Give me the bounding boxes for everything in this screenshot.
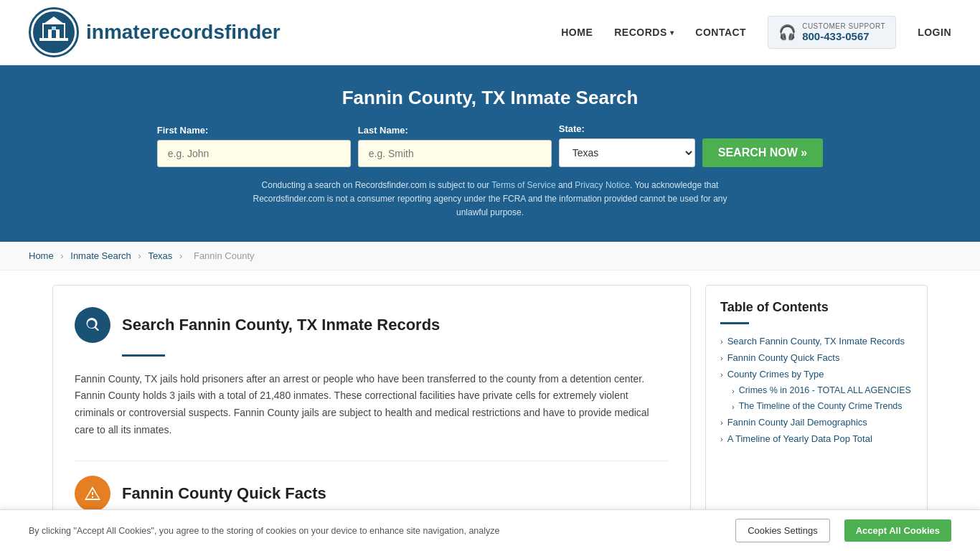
hero-disclaimer: Conducting a search on Recordsfinder.com… [239,179,741,220]
logo-bold: finder [225,21,281,43]
list-item: › Crimes % in 2016 - TOTAL ALL AGENCIES [732,385,913,395]
cookie-settings-button[interactable]: Cookies Settings [735,519,830,542]
search-section-icon [75,307,110,343]
support-text: CUSTOMER SUPPORT 800-433-0567 [802,22,885,42]
toc-link-4[interactable]: › Crimes % in 2016 - TOTAL ALL AGENCIES [732,385,913,395]
customer-support-box: 🎧 CUSTOMER SUPPORT 800-433-0567 [768,16,896,49]
headphone-icon: 🎧 [778,24,796,41]
last-name-input[interactable] [358,140,552,167]
chevron-icon: › [732,387,735,395]
breadcrumb-sep2: › [138,250,143,261]
chevron-icon: › [720,354,723,362]
terms-link[interactable]: Terms of Service [491,180,555,190]
chevron-icon: › [720,370,723,379]
toc-link-2[interactable]: › Fannin County Quick Facts [720,352,913,363]
toc-link-1[interactable]: › Search Fannin County, TX Inmate Record… [720,336,913,347]
search-icon [84,316,101,334]
toc-link-3[interactable]: › County Crimes by Type [720,369,913,380]
state-select[interactable]: Texas [559,138,695,167]
section1-title: Search Fannin County, TX Inmate Records [122,316,440,334]
toc-link-5[interactable]: › The Timeline of the County Crime Trend… [732,401,913,411]
state-label: State: [559,123,585,134]
chevron-icon: › [720,435,723,443]
chevron-icon: › [720,418,723,427]
section1-body: Fannin County, TX jails hold prisoners a… [75,371,669,439]
list-item: › County Crimes by Type [720,369,913,380]
svg-rect-4 [48,29,52,39]
toc-link-6[interactable]: › Fannin County Jail Demographics [720,417,913,428]
toc-title: Table of Contents [720,300,913,315]
first-name-input[interactable] [157,140,351,167]
toc-list: › Search Fannin County, TX Inmate Record… [720,336,913,444]
list-item: › Fannin County Quick Facts [720,352,913,363]
state-group: State: Texas [559,123,695,167]
hero-title: Fannin County, TX Inmate Search [29,87,951,109]
logo-area: inmaterecordsfinder [29,7,281,57]
logo-icon [29,7,79,57]
breadcrumb-sep1: › [60,250,66,261]
toc-link-7[interactable]: › A Timeline of Yearly Data Pop Total [720,433,913,444]
privacy-link[interactable]: Privacy Notice [575,180,630,190]
breadcrumb-texas[interactable]: Texas [148,250,172,261]
breadcrumb-home[interactable]: Home [29,250,54,261]
main-nav: HOME RECORDS ▾ CONTACT 🎧 CUSTOMER SUPPOR… [561,16,951,49]
nav-home[interactable]: HOME [561,27,593,38]
breadcrumb-inmate-search[interactable]: Inmate Search [70,250,131,261]
search-form: First Name: Last Name: State: Texas SEAR… [29,123,951,167]
svg-rect-5 [56,29,60,39]
search-button[interactable]: SEARCH NOW » [702,138,823,167]
logo-text: inmaterecordsfinder [86,21,281,44]
nav-contact[interactable]: CONTACT [695,27,746,38]
list-item: › Fannin County Jail Demographics [720,417,913,428]
breadcrumb-county: Fannin County [194,250,255,261]
support-label: CUSTOMER SUPPORT [802,22,885,30]
breadcrumb: Home › Inmate Search › Texas › Fannin Co… [0,242,980,270]
list-item: › Search Fannin County, TX Inmate Record… [720,336,913,347]
section2-header: Fannin County Quick Facts [75,476,669,512]
cookie-accept-button[interactable]: Accept All Cookies [844,519,951,542]
cookie-text: By clicking "Accept All Cookies", you ag… [29,526,721,536]
section1-header: Search Fannin County, TX Inmate Records [75,307,669,343]
logo-normal: inmaterecords [86,21,225,43]
hero-section: Fannin County, TX Inmate Search First Na… [0,65,980,242]
site-header: inmaterecordsfinder HOME RECORDS ▾ CONTA… [0,0,980,65]
chevron-icon: › [720,337,723,346]
nav-records[interactable]: RECORDS ▾ [614,27,674,38]
section2-title: Fannin County Quick Facts [122,484,326,503]
toc-divider [720,322,749,324]
last-name-group: Last Name: [358,125,552,167]
list-item: › The Timeline of the County Crime Trend… [732,401,913,411]
chevron-down-icon: ▾ [670,29,674,37]
support-number: 800-433-0567 [802,30,885,42]
cookie-banner: By clicking "Accept All Cookies", you ag… [0,509,980,551]
chevron-icon: › [732,402,735,411]
first-name-label: First Name: [157,125,209,136]
alert-icon [84,485,101,502]
breadcrumb-sep3: › [179,250,185,261]
svg-rect-6 [52,27,56,30]
first-name-group: First Name: [157,125,351,167]
last-name-label: Last Name: [358,125,408,136]
nav-login[interactable]: LOGIN [918,27,951,38]
section1-divider [122,354,165,357]
alert-section-icon [75,476,110,512]
list-item: › A Timeline of Yearly Data Pop Total [720,433,913,444]
